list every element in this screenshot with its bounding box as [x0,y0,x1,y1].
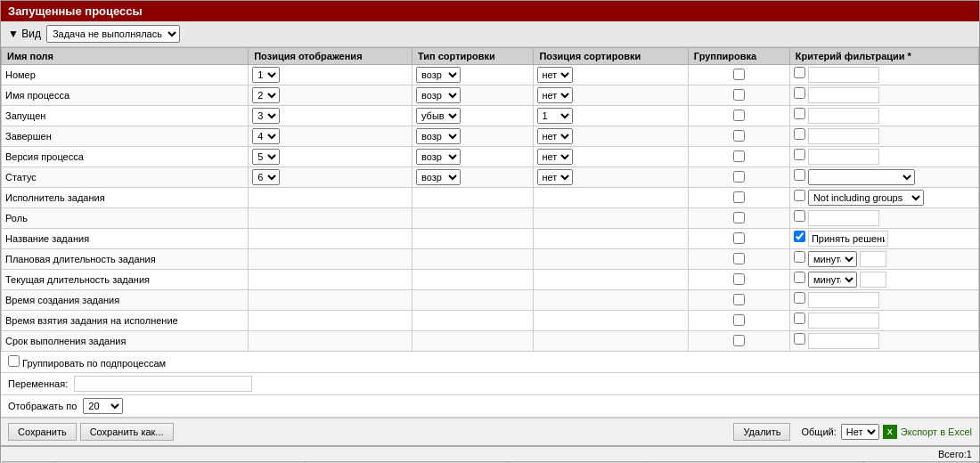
filter-check-0[interactable] [794,67,805,78]
bottom-controls: Сохранить Сохранить как... Удалить Общий… [1,418,979,445]
filter-check-3[interactable] [794,128,805,140]
grouping-1[interactable] [733,89,745,101]
field-current-duration: Текущая длительность задания [2,270,249,290]
filter-check-5[interactable] [794,169,805,181]
sort-pos-0[interactable]: нет12 [537,67,573,83]
sort-type-0[interactable]: возрубыв [416,67,461,83]
sort-type-5[interactable]: возрубыв [416,169,461,185]
grouping-12[interactable] [733,314,745,326]
group-subprocess-label: Группировать по подпроцессам [22,358,166,369]
sort-pos-2[interactable]: 1нет [537,108,573,124]
task-name-filter[interactable] [808,231,888,247]
display-per-select[interactable]: 2050100 [83,398,123,414]
minuta-val-9[interactable] [860,251,886,267]
display-pos-0[interactable]: 123456 [252,67,280,83]
filter-text-11[interactable] [808,292,879,308]
row-executor: Исполнитель задания Not including groups [2,188,979,208]
save-button[interactable]: Сохранить [8,423,77,441]
view-label: ▼ Вид [8,28,41,40]
grouping-7[interactable] [733,212,745,223]
filter-check-13[interactable] [794,333,805,345]
group-subprocess-area: Группировать по подпроцессам [1,352,979,373]
grouping-6[interactable] [733,191,745,203]
grouping-0[interactable] [733,69,745,80]
filter-check-8[interactable] [794,231,805,242]
sort-pos-1[interactable]: нет1 [537,87,573,103]
filter-check-12[interactable] [794,313,805,324]
display-pos-5[interactable]: 61 [252,169,280,185]
filter-text-7[interactable] [808,210,879,226]
display-pos-2[interactable]: 312 [252,108,280,124]
group-subprocess-check[interactable] [8,355,20,367]
field-planned-duration: Плановая длительность задания [2,249,249,270]
display-pos-1[interactable]: 2134 [252,87,280,103]
results-section: Всего:1 Номер Имя процесса Запущен ↑ Зав… [1,445,979,463]
view-select[interactable]: Задача не выполнялась Задача активна Зад… [46,25,180,43]
delete-button[interactable]: Удалить [733,423,790,441]
sort-type-1[interactable]: возрубыв [416,87,461,103]
grouping-8[interactable] [733,232,745,244]
grouping-10[interactable] [733,273,745,285]
variable-row: Переменная: [1,373,979,395]
col-sort-type: Тип сортировки [412,48,534,65]
filter-text-3[interactable] [808,128,879,144]
filter-check-11[interactable] [794,292,805,304]
grouping-3[interactable] [733,130,745,142]
config-table: Имя поля Позиция отображения Тип сортиро… [1,47,979,352]
display-pos-4[interactable]: 51 [252,149,280,165]
field-finished: Завершен [2,126,249,147]
row-version: Версия процесса 51 возрубыв нет1 [2,147,979,167]
results-total-top: Всего:1 [1,447,979,461]
filter-check-4[interactable] [794,149,805,160]
filter-text-13[interactable] [808,333,879,349]
col-display-pos: Позиция отображения [249,48,412,65]
filter-check-1[interactable] [794,87,805,99]
filter-text-12[interactable] [808,313,879,329]
grouping-2[interactable] [733,110,745,121]
grouping-9[interactable] [733,253,745,264]
minuta-select-9[interactable]: минутачас [808,251,857,267]
row-status: Статус 61 возрубыв нет1 [2,167,979,188]
field-deadline: Срок выполнения задания [2,331,249,352]
sort-pos-4[interactable]: нет1 [537,149,573,165]
window-title: Запущенные процессы [8,4,143,18]
sort-type-3[interactable]: возрубыв [416,128,461,144]
filter-text-2[interactable] [808,108,879,124]
save-as-button[interactable]: Сохранить как... [80,423,174,441]
field-nomer: Номер [2,65,249,85]
field-process-name: Имя процесса [2,85,249,106]
filter-check-10[interactable] [794,272,805,283]
excel-export[interactable]: X Экспорт в Excel [883,425,972,439]
sort-type-4[interactable]: возрубыв [416,149,461,165]
sort-type-2[interactable]: убыввозр [416,108,461,124]
sort-pos-3[interactable]: нет1 [537,128,573,144]
grouping-13[interactable] [733,335,745,346]
variable-input[interactable] [74,376,252,392]
not-including-select[interactable]: Not including groups [808,190,924,206]
field-taken-time: Время взятия задания на исполнение [2,311,249,331]
filter-check-9[interactable] [794,251,805,263]
filter-check-2[interactable] [794,108,805,119]
variable-label: Переменная: [8,378,68,389]
field-role: Роль [2,208,249,229]
sort-pos-5[interactable]: нет1 [537,169,573,185]
filter-text-1[interactable] [808,87,879,103]
grouping-5[interactable] [733,171,745,183]
filter-text-0[interactable] [808,67,879,83]
display-per-row: Отображать по 2050100 [1,395,979,418]
row-process-name: Имя процесса 2134 возрубыв нет1 [2,85,979,106]
display-per-label: Отображать по [8,401,77,411]
row-creation-time: Время создания задания [2,290,979,311]
total-select[interactable]: НетДа [841,424,879,440]
excel-icon: X [883,425,897,439]
status-filter-select[interactable] [808,169,915,185]
grouping-4[interactable] [733,150,745,162]
minuta-select-10[interactable]: минутачас [808,272,857,288]
filter-text-4[interactable] [808,149,879,165]
filter-check-6[interactable] [794,190,805,201]
grouping-11[interactable] [733,294,745,305]
minuta-val-10[interactable] [860,272,886,288]
filter-check-7[interactable] [794,210,805,222]
col-filter: Критерий фильтрации * [789,48,978,65]
display-pos-3[interactable]: 41 [252,128,280,144]
